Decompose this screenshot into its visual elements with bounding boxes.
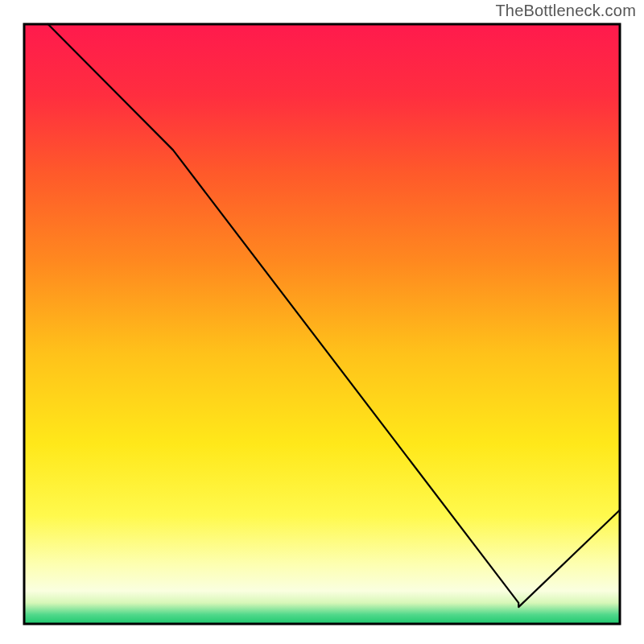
attribution-label: TheBottleneck.com [495, 2, 636, 20]
plot-background [24, 24, 620, 624]
line-chart [0, 0, 644, 644]
chart-container: TheBottleneck.com [0, 0, 644, 644]
